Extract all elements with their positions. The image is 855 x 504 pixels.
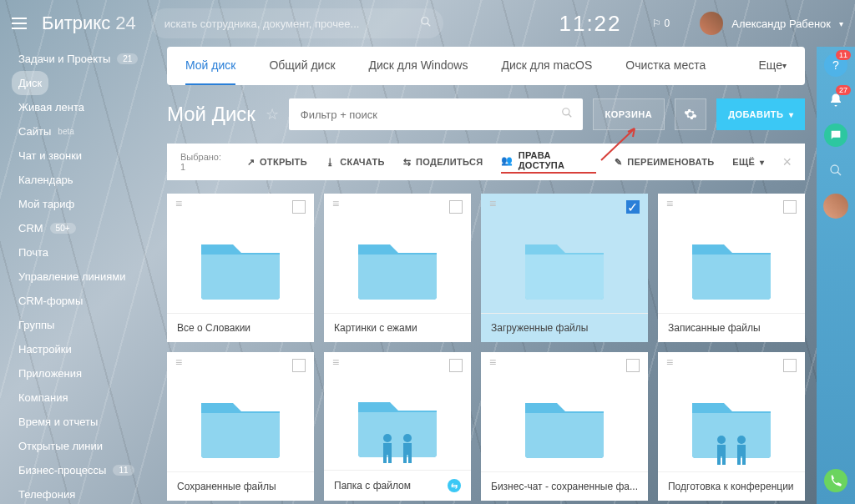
page-title: Мой Диск [167,103,255,126]
folder-card-0[interactable]: ≡Все о Словакии [167,194,314,342]
svg-rect-8 [403,455,407,463]
card-checkbox[interactable] [449,359,463,372]
svg-rect-9 [408,455,412,463]
tab-1[interactable]: Общий диск [269,47,335,85]
folder-name: Картинки с ежами [324,313,471,342]
folder-card-1[interactable]: ≡Картинки с ежами [324,194,471,342]
card-menu-icon[interactable]: ≡ [666,200,673,214]
disk-tabs: Мой дискОбщий дискДиск для WindowsДиск д… [167,47,805,85]
card-checkbox[interactable] [292,200,306,214]
sidebar-item-11[interactable]: Группы [12,313,147,337]
svg-rect-17 [742,456,746,465]
card-menu-icon[interactable]: ≡ [175,200,182,214]
sidebar-item-1[interactable]: Диск [12,71,48,95]
tab-4[interactable]: Очистка места [625,47,706,85]
folder-icon [324,220,471,313]
svg-point-2 [383,434,392,442]
contact-avatar[interactable] [823,194,848,219]
card-menu-icon[interactable]: ≡ [332,200,339,214]
menu-burger-icon[interactable] [12,18,27,29]
folder-name: Все о Словакии [167,313,314,342]
phone-icon[interactable] [824,469,847,492]
sidebar-item-15[interactable]: Время и отчеты [12,410,147,434]
sidebar-item-5[interactable]: Календарь [12,168,147,192]
shared-icon: ⇆ [448,479,461,492]
sidebar-item-17[interactable]: Бизнес-процессы11 [12,458,147,482]
svg-rect-15 [737,445,746,456]
sidebar-item-12[interactable]: Настройки [12,337,147,361]
folder-name: Папка с файлом⇆ [324,470,471,501]
actions-more[interactable]: ЕЩЁ ▾ [732,157,764,167]
action-share[interactable]: ⇆ ПОДЕЛИТЬСЯ [403,157,483,168]
sidebar-item-3[interactable]: Сайтыbeta [12,119,147,144]
folder-card-2[interactable]: ≡✓Загруженные файлы [481,194,648,342]
folder-card-7[interactable]: ≡Подготовка к конференции [658,352,805,501]
tab-2[interactable]: Диск для Windows [369,47,468,85]
action-rename[interactable]: ✎ ПЕРЕИМЕНОВАТЬ [615,157,714,168]
sidebar-item-8[interactable]: Почта [12,240,147,265]
add-button[interactable]: ДОБАВИТЬ▾ [716,98,805,130]
sidebar-item-10[interactable]: CRM-формы [12,289,147,313]
sidebar-item-18[interactable]: Телефония [12,482,147,504]
search-icon [420,16,432,31]
sidebar-item-7[interactable]: CRM50+ [12,216,147,240]
svg-rect-12 [717,456,721,465]
clock: 11:22 [559,11,621,37]
svg-rect-3 [383,443,392,455]
card-checkbox[interactable] [783,359,797,372]
sidebar-item-14[interactable]: Компания [12,386,147,410]
tab-5[interactable]: Еще ▾ [759,47,787,85]
card-menu-icon[interactable]: ≡ [332,359,339,372]
card-checkbox[interactable]: ✓ [626,200,640,214]
sidebar-item-2[interactable]: Живая лента [12,95,147,119]
sidebar-item-4[interactable]: Чат и звонки [12,144,147,168]
card-menu-icon[interactable]: ≡ [489,200,496,214]
card-checkbox[interactable] [783,200,797,214]
filter-search[interactable] [289,98,583,130]
badge: 21 [117,53,138,64]
folder-card-3[interactable]: ≡Записанные файлы [658,194,805,342]
selection-count: Выбрано: 1 [180,152,229,172]
global-search[interactable] [151,8,443,38]
folder-name: Бизнес-чат - сохраненные фа... [481,471,648,501]
search-panel-icon[interactable] [824,159,847,182]
sidebar-item-6[interactable]: Мой тариф [12,192,147,216]
card-checkbox[interactable] [449,200,463,214]
svg-rect-16 [737,456,741,465]
trash-button[interactable]: КОРЗИНА [593,98,665,130]
flag-icon: ⚐ [652,18,661,29]
search-icon [561,107,573,122]
user-menu[interactable]: Александр Рабенок ▾ [700,12,843,35]
favorite-star-icon[interactable]: ☆ [266,105,279,123]
card-menu-icon[interactable]: ≡ [175,359,182,372]
global-search-input[interactable] [164,18,410,30]
filter-input[interactable] [301,108,571,121]
sidebar-item-13[interactable]: Приложения [12,361,147,386]
tab-3[interactable]: Диск для macOS [501,47,592,85]
sidebar-item-0[interactable]: Задачи и Проекты21 [12,47,147,71]
card-menu-icon[interactable]: ≡ [666,359,673,372]
action-download[interactable]: ⭳ СКАЧАТЬ [326,157,385,167]
folder-card-6[interactable]: ≡Бизнес-чат - сохраненные фа... [481,352,648,501]
card-checkbox[interactable] [626,359,640,372]
sidebar-item-16[interactable]: Открытые линии [12,434,147,458]
sidebar-item-9[interactable]: Управление линиями [12,265,147,289]
chat-icon[interactable] [824,123,847,147]
folder-name: Записанные файлы [658,313,805,342]
folder-card-5[interactable]: ≡Папка с файлом⇆ [324,352,471,501]
card-checkbox[interactable] [292,359,306,372]
settings-button[interactable] [675,98,706,130]
svg-rect-11 [717,445,726,456]
cart-indicator[interactable]: ⚐ 0 [652,18,670,29]
svg-rect-5 [388,455,392,463]
card-menu-icon[interactable]: ≡ [489,359,496,372]
close-actionbar-icon[interactable]: × [782,154,792,171]
action-open[interactable]: ↗ ОТКРЫТЬ [247,157,307,168]
action-rights[interactable]: 👥 ПРАВА ДОСТУПА [501,150,595,174]
tab-0[interactable]: Мой диск [185,47,235,85]
folder-card-4[interactable]: ≡Сохраненные файлы [167,352,314,501]
folder-name: Сохраненные файлы [167,471,314,501]
bell-icon[interactable]: 27 [824,88,847,112]
help-icon[interactable]: ?11 [824,53,847,77]
download-icon: ⭳ [326,157,335,167]
